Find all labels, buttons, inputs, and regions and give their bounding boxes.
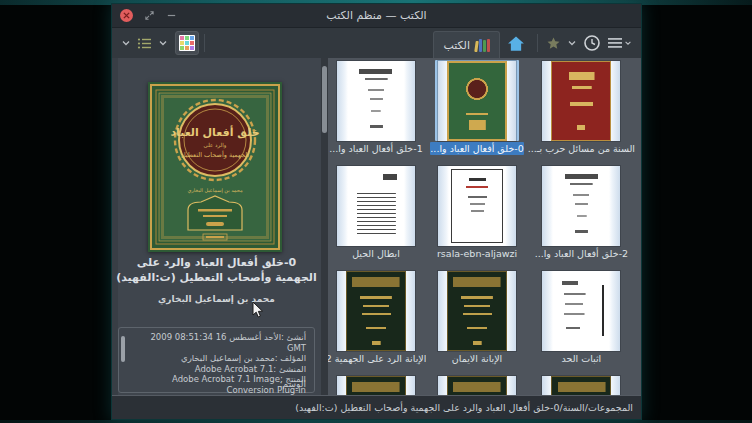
tag-label: الوسم:	[280, 379, 306, 389]
book-item-label: 0-خلق أفعال العباد وا...	[430, 142, 523, 155]
book-cover-preview[interactable]: خلق أفعال العباد والرد على الجهمية وأصحا…	[148, 82, 282, 252]
restore-icon[interactable]	[144, 10, 155, 21]
clock-icon	[583, 34, 601, 52]
grid-scrollbar-track[interactable]	[321, 58, 328, 395]
cover-medallion-line2: والرد على	[204, 142, 227, 149]
window-controls	[112, 9, 177, 22]
book-item-label: 1-خلق أفعال العباد وا...	[328, 142, 426, 155]
book-thumbnail	[542, 376, 620, 395]
chevron-down-icon	[121, 38, 131, 48]
grid-view-button[interactable]	[175, 31, 199, 55]
book-thumbnail-zone	[435, 270, 519, 351]
book-item[interactable]: 1-خلق أفعال العباد وا...	[328, 60, 426, 155]
book-item-label: الإبانة الايمان	[430, 352, 523, 365]
metadata-line: المؤلف :محمد بن إسماعيل البخاري	[129, 353, 306, 364]
chevron-down-icon	[567, 38, 577, 48]
book-item-label: السنة من مسائل حرب بـ...	[528, 142, 635, 155]
star-icon	[546, 36, 561, 51]
titlebar[interactable]: الكتب — منظم الكتب	[112, 4, 641, 28]
books-icon	[475, 39, 490, 52]
statusbar: المجموعات/السنة/0-خلق أفعال العباد والرد…	[112, 395, 641, 419]
app-window: الكتب — منظم الكتب	[112, 4, 641, 419]
preview-book-title: 0-خلق أفعال العباد والرد على الجهمية وأص…	[116, 255, 317, 285]
close-button[interactable]	[120, 9, 133, 22]
book-thumbnail-zone	[539, 60, 623, 141]
tab-books-label: الكتب	[443, 39, 470, 52]
book-item[interactable]: السنة من مسائل حرب بـ...	[528, 60, 635, 155]
book-thumbnail	[337, 376, 415, 395]
mouse-cursor	[252, 301, 264, 319]
book-item[interactable]	[528, 375, 635, 395]
book-thumbnail	[542, 61, 620, 141]
book-thumbnail	[542, 166, 620, 246]
metadata-box: أنشئ :الأحد أغسطس 16 08:51:34 2009 GMTال…	[118, 327, 315, 393]
minimize-icon[interactable]	[166, 10, 177, 21]
toolbar-right: الكتب	[433, 28, 635, 58]
book-thumbnail	[337, 166, 415, 246]
books-grid: السنة من مسائل حرب بـ... 0-خلق أفعال الع…	[328, 58, 641, 395]
book-thumbnail	[542, 271, 620, 351]
book-thumbnail-zone	[334, 165, 418, 246]
book-item-label: اثبات الحد	[528, 352, 635, 365]
book-thumbnail	[438, 376, 516, 395]
book-item[interactable]	[328, 375, 426, 395]
book-thumbnail	[337, 271, 415, 351]
book-thumbnail-zone	[435, 165, 519, 246]
preview-book-author: محمد بن إسماعيل البخاري	[116, 294, 317, 304]
book-item[interactable]	[430, 375, 523, 395]
list-view-button[interactable]	[134, 31, 155, 55]
sort-dropdown-button[interactable]	[118, 31, 134, 55]
book-thumbnail-zone	[334, 60, 418, 141]
book-thumbnail-zone	[539, 270, 623, 351]
book-item-label: ابطال الحيل	[328, 247, 426, 260]
cover-medallion-line3: الجهمية وأصحاب التعطيل	[181, 150, 249, 159]
book-cover-image: خلق أفعال العباد والرد على الجهمية وأصحا…	[148, 82, 282, 252]
book-thumbnail-zone	[435, 375, 519, 395]
book-thumbnail-zone	[539, 375, 623, 395]
book-item-label: الإبانة الرد على الجهمية 2	[328, 352, 426, 365]
cover-author-line: محمد بن إسماعيل البخاري	[187, 187, 242, 194]
toolbar: الكتب	[112, 28, 641, 58]
main-area: خلق أفعال العباد والرد على الجهمية وأصحا…	[112, 58, 641, 395]
grid-view-icon	[179, 35, 195, 51]
book-item[interactable]: اثبات الحد	[528, 270, 635, 365]
hamburger-menu-icon	[607, 36, 623, 50]
book-thumbnail-zone	[334, 375, 418, 395]
book-item-label: rsala-ebn-aljawzi	[430, 247, 523, 260]
book-item[interactable]: ابطال الحيل	[328, 165, 426, 260]
tab-books[interactable]: الكتب	[433, 31, 500, 58]
chevron-down-icon	[624, 39, 632, 47]
list-view-icon	[137, 37, 152, 50]
book-item[interactable]: 0-خلق أفعال العباد وا...	[430, 60, 523, 155]
favorites-dropdown[interactable]	[564, 31, 580, 55]
book-thumbnail-zone	[334, 270, 418, 351]
close-icon	[123, 12, 130, 19]
metadata-scrollbar[interactable]	[121, 336, 125, 362]
view-options-dropdown[interactable]	[155, 31, 171, 55]
chevron-down-icon	[158, 38, 168, 48]
window-title: الكتب — منظم الكتب	[112, 9, 641, 22]
grid-scrollbar-thumb[interactable]	[322, 66, 327, 133]
book-item[interactable]: الإبانة الرد على الجهمية 2	[328, 270, 426, 365]
book-thumbnail	[438, 271, 516, 351]
book-thumbnail	[438, 166, 516, 246]
book-item[interactable]: rsala-ebn-aljawzi	[430, 165, 523, 260]
statusbar-path: المجموعات/السنة/0-خلق أفعال العباد والرد…	[295, 402, 633, 413]
toolbar-separator	[537, 34, 538, 52]
home-button[interactable]	[506, 34, 526, 53]
favorites-button[interactable]	[543, 31, 564, 55]
toolbar-separator	[204, 34, 205, 52]
preview-pane: خلق أفعال العباد والرد على الجهمية وأصحا…	[112, 58, 321, 395]
book-thumbnail	[438, 61, 516, 141]
history-button[interactable]	[580, 31, 604, 55]
book-thumbnail-zone	[539, 165, 623, 246]
book-item[interactable]: 2-خلق أفعال العباد وا...	[528, 165, 635, 260]
book-item[interactable]: الإبانة الايمان	[430, 270, 523, 365]
cover-medallion-title: خلق أفعال العباد	[170, 125, 259, 139]
home-icon	[506, 34, 526, 53]
book-thumbnail-zone	[435, 60, 519, 141]
menu-button[interactable]	[604, 31, 635, 55]
metadata-line: المنشئ :Adobe Acrobat 7.1	[129, 364, 306, 375]
metadata-line: أنشئ :الأحد أغسطس 16 08:51:34 2009 GMT	[129, 332, 306, 353]
book-thumbnail	[337, 61, 415, 141]
